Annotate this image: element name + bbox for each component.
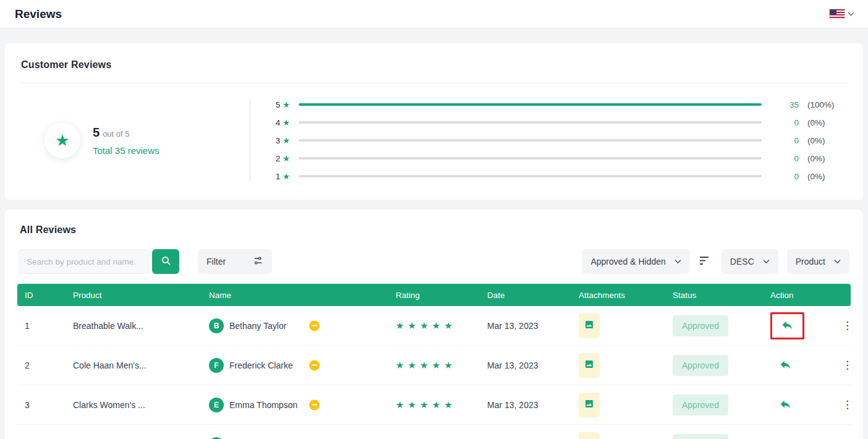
language-selector[interactable] — [830, 9, 853, 19]
star-icon: ★ — [283, 154, 290, 163]
star-icon: ★ — [283, 136, 290, 145]
attachments-cell — [571, 432, 665, 439]
rating-percent: (0%) — [807, 172, 846, 181]
rating-bar — [299, 157, 762, 160]
column-header-rating: Rating — [388, 291, 480, 300]
search-icon — [161, 255, 171, 268]
row-menu-button[interactable]: ⋮ — [838, 318, 856, 333]
sort-lines-icon — [700, 256, 712, 267]
chevron-down-icon — [834, 259, 841, 264]
star-level-label: 4 ★ — [269, 117, 290, 127]
rating-bar-row: 4 ★0(0%) — [269, 117, 846, 127]
rating-count: 0 — [770, 118, 799, 127]
product-name[interactable]: Breathable Walk... — [66, 321, 202, 331]
column-header-status: Status — [665, 291, 763, 300]
attachments-cell — [571, 353, 665, 378]
column-header-product: Product — [66, 291, 202, 300]
sort-field-value: Product — [796, 257, 825, 266]
avatar: F — [209, 358, 224, 373]
rating-bar-row: 5 ★35(100%) — [269, 100, 846, 109]
image-icon — [584, 359, 594, 371]
rating-stars: ★ ★ ★ ★ ★ — [388, 320, 480, 331]
attachments-cell — [571, 393, 665, 417]
star-level-label: 2 ★ — [269, 153, 290, 163]
rating-bar — [299, 121, 762, 124]
sort-field-dropdown[interactable]: Product — [787, 249, 849, 274]
row-menu-button[interactable]: ⋮ — [838, 357, 856, 373]
row-menu-button[interactable]: ⋮ — [838, 397, 856, 412]
total-reviews: Total 35 reviews — [93, 145, 160, 156]
all-reviews-card: All Reviews Filter Appr — [5, 210, 863, 439]
table-row: 1Breathable Walk...BBethany Taylor★ ★ ★ … — [17, 306, 851, 346]
star-level-label: 5 ★ — [269, 100, 290, 109]
score-line: 5out of 5 — [93, 126, 160, 140]
chevron-down-icon — [848, 10, 854, 16]
column-header-date: Date — [480, 291, 571, 300]
reply-icon — [779, 398, 792, 412]
filter-button[interactable]: Filter — [198, 249, 272, 274]
rating-count: 0 — [770, 136, 799, 145]
rating-percent: (100%) — [807, 100, 846, 109]
action-cell — [763, 354, 831, 377]
vertical-divider — [250, 100, 250, 181]
star-badge-icon: ★ — [45, 122, 80, 158]
reply-button[interactable] — [779, 358, 792, 373]
score-block: ★ 5out of 5 Total 35 reviews — [20, 122, 250, 158]
table-body: 1Breathable Walk...BBethany Taylor★ ★ ★ … — [17, 306, 851, 439]
action-wrap — [770, 393, 801, 417]
search-button[interactable] — [152, 249, 179, 274]
action-cell — [763, 433, 831, 439]
reviewer-cell: EEmma Thompson — [202, 398, 388, 412]
action-cell — [763, 312, 831, 339]
summary-title: Customer Reviews — [20, 59, 848, 70]
reviewer-cell: FFrederick Clarke — [202, 358, 388, 373]
star-level-label: 3 ★ — [269, 135, 290, 145]
reviews-table: IDProductNameRatingDateAttachmentsStatus… — [17, 284, 851, 439]
row-menu-cell: ⋮ — [831, 397, 862, 412]
status-badge: Approved — [673, 394, 728, 416]
status-cell: Approved — [665, 434, 763, 439]
row-menu-cell: ⋮ — [831, 437, 862, 439]
product-name[interactable]: Cole Haan Men's... — [66, 360, 202, 370]
rating-bar-row: 1 ★0(0%) — [269, 171, 846, 181]
reviewer-cell: BBethany Taylor — [202, 318, 388, 333]
status-filter-dropdown[interactable]: Approved & Hidden — [582, 249, 689, 274]
rating-bar — [299, 139, 762, 142]
rating-count: 35 — [770, 100, 799, 109]
status-badge: Approved — [673, 315, 728, 336]
search-input[interactable] — [19, 249, 150, 274]
customer-reviews-card: Customer Reviews ★ 5out of 5 Total 35 re… — [5, 43, 863, 200]
attachment-thumbnail[interactable] — [579, 393, 600, 417]
star-level-label: 1 ★ — [269, 171, 290, 181]
table-row: 2Cole Haan Men's...FFrederick Clarke★ ★ … — [17, 346, 851, 385]
search-group — [19, 249, 179, 274]
hidden-indicator-icon — [309, 399, 320, 410]
action-wrap — [770, 433, 801, 439]
sort-direction-value: DESC — [730, 257, 754, 266]
chevron-down-icon — [674, 259, 681, 264]
attachments-cell — [571, 313, 665, 338]
sort-direction-dropdown[interactable]: DESC — [721, 249, 778, 274]
rating-bar-row: 2 ★0(0%) — [269, 153, 846, 163]
product-name[interactable]: Clarks Women's ... — [66, 400, 202, 410]
toolbar: Filter Approved & Hidden — [17, 249, 851, 274]
column-header-attachments: Attachments — [571, 291, 665, 300]
reply-button[interactable] — [779, 398, 792, 412]
attachment-thumbnail[interactable] — [579, 432, 600, 439]
score-value: 5 — [93, 126, 100, 139]
action-cell — [763, 393, 831, 417]
status-cell: Approved — [665, 355, 763, 376]
row-menu-button[interactable]: ⋮ — [838, 437, 856, 439]
row-menu-cell: ⋮ — [831, 357, 862, 373]
sort-order-button[interactable] — [700, 256, 712, 267]
status-badge: Approved — [673, 355, 728, 376]
table-row: 3Clarks Women's ...EEmma Thompson★ ★ ★ ★… — [17, 385, 851, 425]
reply-button[interactable] — [781, 318, 794, 333]
image-icon — [584, 320, 594, 331]
filter-label: Filter — [206, 257, 226, 266]
star-icon: ★ — [283, 100, 290, 109]
rating-distribution: 5 ★35(100%)4 ★0(0%)3 ★0(0%)2 ★0(0%)1 ★0(… — [269, 100, 848, 181]
attachment-thumbnail[interactable] — [579, 353, 600, 378]
attachment-thumbnail[interactable] — [579, 313, 600, 338]
row-menu-cell: ⋮ — [831, 318, 862, 333]
